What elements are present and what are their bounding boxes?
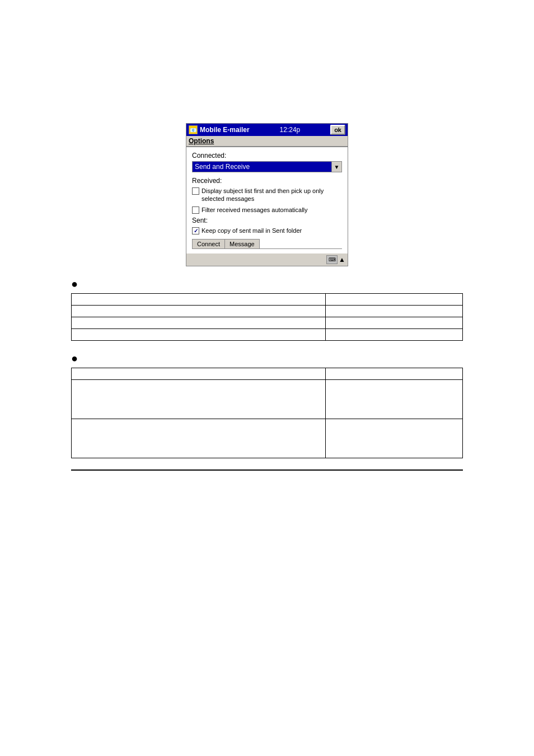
table-cell bbox=[72, 294, 326, 306]
table-cell bbox=[72, 329, 326, 341]
bullet-1: ● bbox=[71, 278, 463, 290]
dropdown-arrow-icon[interactable]: ▼ bbox=[332, 161, 342, 172]
title-bar-time: 12:24p bbox=[280, 126, 301, 134]
checkbox3-row: Keep copy of sent mail in Sent folder bbox=[192, 227, 342, 234]
table-row bbox=[72, 419, 463, 458]
info-table-1 bbox=[71, 293, 463, 341]
emmailer-window: 📧 Mobile E-mailer 12:24p ok Options Conn… bbox=[186, 123, 348, 266]
table-cell bbox=[72, 380, 326, 419]
checkbox1-row: Display subject list first and then pick… bbox=[192, 187, 342, 203]
table-row bbox=[72, 317, 463, 329]
table-cell bbox=[72, 317, 326, 329]
table-cell bbox=[326, 380, 463, 419]
window-title: Mobile E-mailer bbox=[200, 126, 250, 134]
table-cell bbox=[326, 329, 463, 341]
tab-connect[interactable]: Connect bbox=[192, 239, 224, 248]
tab-message[interactable]: Message bbox=[224, 239, 260, 248]
table-cell bbox=[326, 368, 463, 380]
checkbox1[interactable] bbox=[192, 187, 199, 195]
page-container: 📧 Mobile E-mailer 12:24p ok Options Conn… bbox=[0, 0, 534, 756]
table-row bbox=[72, 306, 463, 317]
checkbox2-label: Filter received messages automatically bbox=[202, 206, 308, 214]
table-cell bbox=[326, 317, 463, 329]
bullet-section-2: ● bbox=[71, 352, 463, 458]
received-label: Received: bbox=[192, 177, 342, 185]
sent-label: Sent: bbox=[192, 217, 342, 224]
info-table-2 bbox=[71, 368, 463, 458]
table-cell bbox=[72, 306, 326, 317]
bottom-tabs: Connect Message bbox=[192, 239, 342, 249]
keyboard-icon: ⌨ bbox=[326, 255, 338, 264]
connected-dropdown[interactable]: Send and Receive bbox=[192, 161, 332, 172]
connected-label: Connected: bbox=[192, 152, 342, 159]
checkbox3[interactable] bbox=[192, 227, 199, 234]
status-bar: ⌨ ▲ bbox=[186, 253, 348, 266]
bottom-divider bbox=[71, 469, 463, 471]
table-row bbox=[72, 380, 463, 419]
table-cell bbox=[326, 306, 463, 317]
status-up-arrow[interactable]: ▲ bbox=[339, 256, 345, 264]
content-area: Connected: Send and Receive ▼ Received: … bbox=[186, 147, 348, 253]
title-bar: 📧 Mobile E-mailer 12:24p ok bbox=[186, 124, 348, 136]
ok-button[interactable]: ok bbox=[330, 125, 345, 135]
table-cell bbox=[72, 419, 326, 458]
title-bar-left: 📧 Mobile E-mailer bbox=[189, 125, 250, 134]
table-row bbox=[72, 294, 463, 306]
table-cell bbox=[326, 419, 463, 458]
menu-bar: Options bbox=[186, 136, 348, 147]
table-cell bbox=[72, 368, 326, 380]
checkbox3-label: Keep copy of sent mail in Sent folder bbox=[202, 227, 302, 234]
bullet-section-1: ● bbox=[71, 278, 463, 341]
checkbox2-row: Filter received messages automatically bbox=[192, 206, 342, 214]
app-icon: 📧 bbox=[189, 125, 198, 134]
table-row bbox=[72, 368, 463, 380]
checkbox1-label: Display subject list first and then pick… bbox=[202, 187, 342, 203]
bullet-2: ● bbox=[71, 352, 463, 365]
table-row bbox=[72, 329, 463, 341]
options-menu[interactable]: Options bbox=[189, 137, 214, 145]
checkbox2[interactable] bbox=[192, 206, 199, 214]
dropdown-row: Send and Receive ▼ bbox=[192, 161, 342, 172]
table-cell bbox=[326, 294, 463, 306]
